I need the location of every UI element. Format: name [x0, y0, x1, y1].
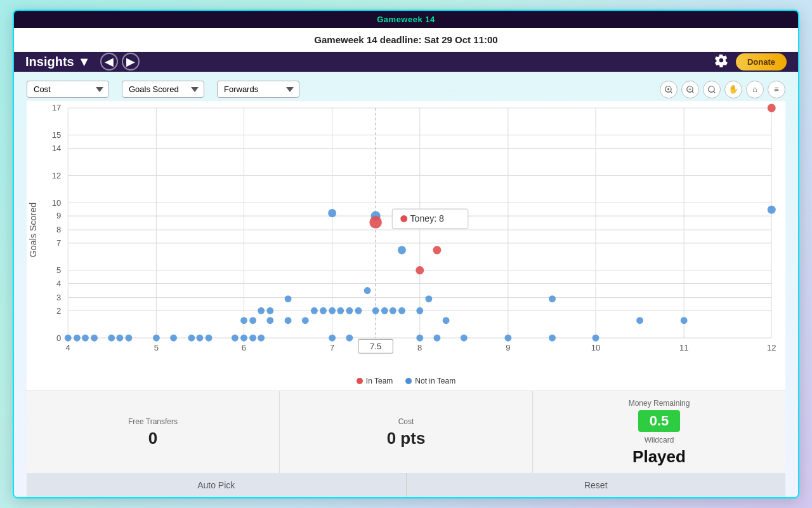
svg-point-67 [188, 335, 195, 342]
svg-text:7.5: 7.5 [370, 342, 381, 351]
svg-point-97 [398, 246, 406, 254]
svg-point-66 [170, 335, 177, 342]
svg-point-99 [433, 335, 440, 342]
donate-label: Donate [747, 57, 775, 67]
zoom-out-button[interactable] [681, 81, 699, 98]
stats-bar: Free Transfers 0 Cost 0 pts Money Remain… [27, 391, 785, 473]
svg-point-80 [302, 317, 309, 324]
svg-point-76 [266, 317, 273, 324]
svg-point-62 [108, 335, 115, 342]
deadline-bar: Gameweek 14 deadline: Sat 29 Oct 11:00 [14, 28, 798, 52]
x-axis-dropdown[interactable]: Cost Price Change Points [27, 81, 109, 98]
svg-point-84 [329, 335, 336, 342]
svg-point-93 [390, 307, 396, 314]
app-container: Gameweek 14 Gameweek 14 deadline: Sat 29… [13, 10, 799, 498]
money-remaining-value: 0.5 [638, 410, 681, 432]
free-transfers-label: Free Transfers [128, 417, 178, 426]
svg-point-61 [91, 335, 98, 342]
svg-point-82 [320, 307, 327, 314]
home-icon: ⌂ [752, 84, 757, 94]
svg-text:4: 4 [56, 279, 61, 288]
svg-text:5: 5 [154, 343, 159, 352]
gameweek-banner-text: Gameweek 14 [377, 15, 435, 24]
search-button[interactable] [703, 81, 721, 98]
bottom-buttons: Auto Pick Reset [27, 473, 785, 497]
svg-point-103 [425, 295, 432, 302]
svg-text:11: 11 [679, 343, 689, 352]
svg-point-60 [82, 335, 89, 342]
legend-in-team-label: In Team [366, 377, 393, 385]
svg-text:15: 15 [52, 130, 62, 140]
y-axis-dropdown[interactable]: Goals Scored Assists Points [122, 81, 204, 98]
svg-point-63 [116, 335, 123, 342]
zoom-in-icon [664, 85, 673, 94]
position-dropdown[interactable]: Forwards Midfielders Defenders Goalkeepe… [217, 81, 299, 98]
svg-point-59 [74, 335, 81, 342]
pan-button[interactable]: ✋ [724, 81, 742, 98]
donate-button[interactable]: Donate [736, 53, 787, 70]
chart-container: 0 2 3 4 5 7 8 9 10 12 14 15 17 4 5 6 [27, 101, 785, 391]
svg-point-101 [416, 307, 423, 314]
wildcard-label: Wildcard [645, 436, 674, 444]
zoom-out-icon [686, 85, 695, 94]
search-icon [707, 85, 716, 94]
svg-text:14: 14 [52, 144, 62, 153]
svg-point-100 [461, 335, 468, 342]
svg-point-104 [549, 295, 556, 302]
svg-point-94 [398, 307, 405, 314]
svg-point-116 [400, 215, 407, 222]
svg-line-8 [714, 91, 716, 93]
controls-row: Cost Price Change Points Goals Scored As… [27, 81, 785, 98]
svg-line-5 [692, 91, 694, 93]
menu-icon: ≡ [774, 84, 779, 94]
deadline-prefix: Gameweek 14 deadline: [314, 34, 424, 45]
legend-not-in-team-label: Not in Team [415, 377, 455, 385]
svg-point-87 [337, 307, 344, 314]
svg-point-112 [416, 266, 424, 274]
auto-pick-label: Auto Pick [197, 480, 235, 490]
svg-point-68 [196, 335, 203, 342]
svg-point-70 [232, 335, 239, 342]
home-button[interactable]: ⌂ [746, 81, 764, 98]
svg-point-7 [709, 86, 714, 92]
nav-bar: Insights ▼ ◀ ▶ Donate [14, 52, 798, 72]
nav-right: Donate [714, 53, 787, 70]
svg-point-90 [372, 307, 379, 314]
nav-back-button[interactable]: ◀ [100, 53, 118, 70]
svg-text:17: 17 [52, 103, 62, 112]
scatter-chart[interactable]: 0 2 3 4 5 7 8 9 10 12 14 15 17 4 5 6 [27, 101, 785, 373]
chart-tools: ✋ ⌂ ≡ [660, 81, 785, 98]
svg-line-1 [671, 91, 672, 93]
svg-point-114 [768, 104, 776, 112]
svg-point-89 [355, 307, 362, 314]
svg-point-64 [125, 335, 132, 342]
svg-point-69 [206, 335, 213, 342]
nav-forward-button[interactable]: ▶ [122, 53, 140, 70]
pan-icon: ✋ [728, 84, 738, 94]
svg-point-71 [240, 335, 247, 342]
svg-point-75 [249, 317, 256, 324]
menu-button[interactable]: ≡ [768, 81, 785, 98]
svg-point-111 [369, 216, 382, 229]
reset-button[interactable]: Reset [407, 473, 786, 497]
settings-button[interactable] [714, 53, 728, 70]
svg-text:9: 9 [506, 343, 510, 352]
svg-point-91 [364, 287, 371, 294]
svg-point-102 [443, 317, 450, 324]
svg-point-73 [258, 335, 265, 342]
nav-arrows: ◀ ▶ [100, 53, 140, 70]
stat-cost: Cost 0 pts [280, 391, 533, 473]
auto-pick-button[interactable]: Auto Pick [27, 473, 407, 497]
svg-point-72 [249, 335, 256, 342]
svg-point-58 [65, 335, 72, 342]
stat-money-remaining: Money Remaining 0.5 Wildcard Played [533, 391, 785, 473]
svg-point-108 [636, 317, 643, 324]
insights-title[interactable]: Insights ▼ [25, 55, 90, 69]
svg-point-110 [768, 206, 776, 214]
svg-point-107 [593, 335, 599, 342]
nav-left: Insights ▼ ◀ ▶ [25, 53, 140, 70]
zoom-in-button[interactable] [660, 81, 678, 98]
cost-value: 0 pts [387, 429, 426, 448]
svg-text:2: 2 [56, 306, 61, 316]
svg-text:4: 4 [66, 343, 70, 352]
